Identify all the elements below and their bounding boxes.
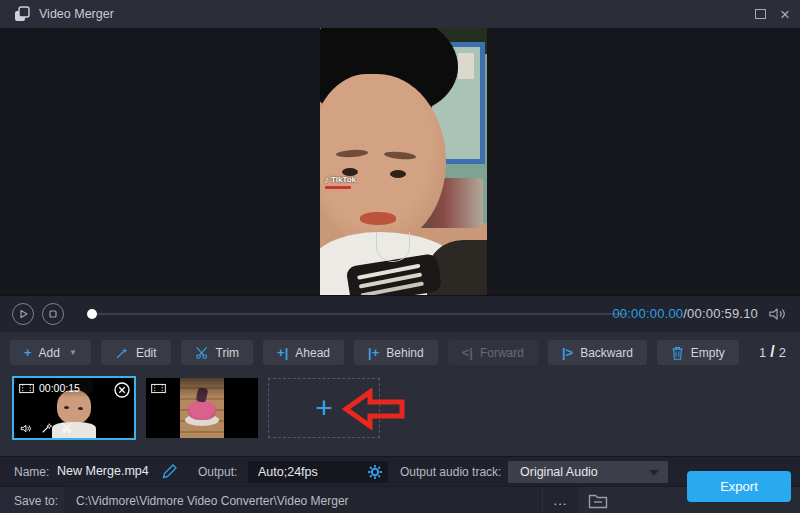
dropdown-caret-icon: [649, 470, 659, 476]
annotation-arrow-icon: [342, 388, 406, 430]
caret-down-icon: ▼: [69, 348, 77, 357]
insert-ahead-icon: +|: [277, 346, 288, 359]
trim-button[interactable]: Trim: [181, 340, 254, 365]
play-icon: [18, 309, 28, 319]
output-format-field[interactable]: Auto;24fps: [248, 461, 388, 483]
forward-button: <| Forward: [448, 340, 538, 365]
merger-icon: [14, 6, 30, 22]
settings-bar: Name: New Merge.mp4 Output: Auto;24fps O…: [0, 456, 800, 486]
volume-icon[interactable]: [768, 305, 788, 323]
plus-icon: +: [315, 396, 333, 420]
save-to-label: Save to:: [14, 494, 58, 508]
name-label: Name:: [14, 465, 49, 479]
rename-pencil-icon[interactable]: [162, 463, 178, 479]
output-label: Output:: [198, 465, 237, 479]
scissors-icon: [195, 346, 209, 360]
title-bar: Video Merger ×: [0, 0, 800, 28]
page-indicator: 1 / 2: [759, 343, 786, 361]
open-folder-icon[interactable]: [588, 491, 608, 509]
save-path-value: C:\Vidmore\Vidmore Video Converter\Video…: [76, 494, 349, 508]
save-bar: Save to: C:\Vidmore\Vidmore Video Conver…: [0, 486, 800, 513]
toolbar: + Add ▼ Edit Trim +| Ahead |+: [10, 340, 790, 365]
maximize-button[interactable]: [755, 9, 766, 19]
insert-behind-icon: |+: [368, 346, 379, 359]
move-backward-icon: |>: [562, 346, 573, 359]
audio-track-value: Original Audio: [520, 465, 598, 479]
page-total: 2: [779, 345, 786, 360]
empty-button[interactable]: Empty: [657, 340, 739, 365]
film-icon: [151, 383, 166, 394]
current-time: 00:00:00.00: [612, 306, 683, 321]
clip-close-icon[interactable]: [114, 382, 130, 398]
magic-wand-icon: [115, 346, 129, 360]
export-button[interactable]: Export: [687, 471, 791, 502]
seek-slider[interactable]: [88, 313, 628, 315]
tiktok-watermark: ♪ TikTok: [324, 174, 356, 185]
name-value: New Merge.mp4: [57, 464, 149, 478]
video-merger-window: Video Merger × ♪ T: [0, 0, 800, 513]
clip-thumbnail-2[interactable]: [146, 378, 258, 438]
time-display: 00:00:00.00/00:00:59.10: [612, 306, 758, 321]
ahead-button[interactable]: +| Ahead: [263, 340, 344, 365]
video-frame: ♪ TikTok: [320, 28, 487, 295]
behind-button[interactable]: |+ Behind: [354, 340, 438, 365]
plus-icon: +: [24, 346, 32, 359]
stop-button[interactable]: [42, 303, 64, 325]
audio-track-dropdown[interactable]: Original Audio: [508, 461, 668, 483]
save-path-field[interactable]: C:\Vidmore\Vidmore Video Converter\Video…: [64, 487, 542, 513]
clip-duration: 00:00:15: [39, 382, 80, 394]
add-button[interactable]: + Add ▼: [10, 340, 91, 365]
film-icon: [19, 383, 34, 394]
total-time: /00:00:59.10: [683, 306, 758, 321]
clip-edit-icon[interactable]: [41, 422, 53, 434]
edit-button[interactable]: Edit: [101, 340, 171, 365]
audio-track-label: Output audio track:: [400, 465, 501, 479]
seek-handle[interactable]: [87, 309, 97, 319]
backward-button[interactable]: |> Backward: [548, 340, 647, 365]
output-format-value: Auto;24fps: [258, 465, 318, 479]
stop-icon: [49, 310, 57, 318]
play-button[interactable]: [12, 303, 34, 325]
video-preview-area: ♪ TikTok: [0, 28, 800, 295]
clip-audio-icon[interactable]: [20, 423, 33, 434]
playback-bar: 00:00:00.00/00:00:59.10: [0, 295, 800, 332]
trash-icon: [671, 346, 684, 360]
gear-icon[interactable]: [367, 464, 383, 480]
music-note-icon: ♪: [324, 174, 329, 185]
page-current: 1: [759, 345, 766, 360]
workspace: + Add ▼ Edit Trim +| Ahead |+: [0, 332, 800, 456]
move-forward-icon: <|: [462, 346, 473, 359]
clip-trim-icon[interactable]: [61, 422, 73, 434]
close-button[interactable]: ×: [780, 6, 790, 23]
clip-thumbnail-1[interactable]: 00:00:15: [12, 376, 136, 440]
browse-button[interactable]: ...: [542, 487, 578, 513]
window-title: Video Merger: [39, 7, 114, 21]
